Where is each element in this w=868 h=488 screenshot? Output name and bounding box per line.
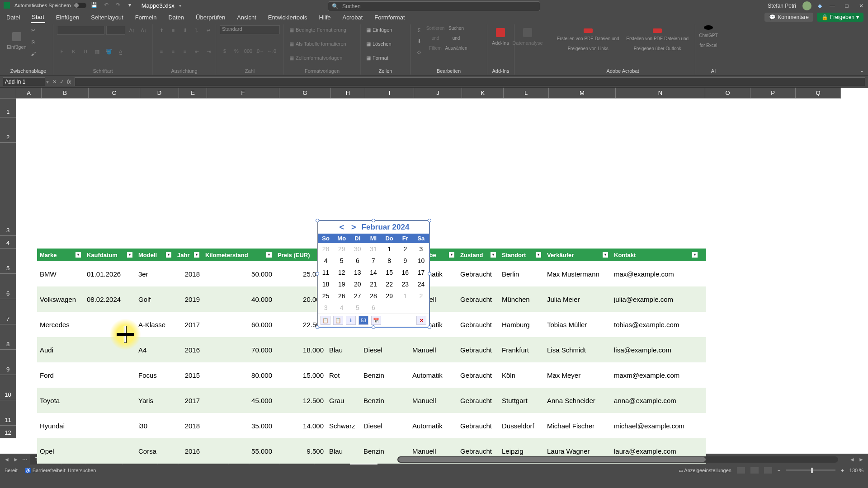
- table-cell[interactable]: Düsseldorf: [499, 413, 544, 438]
- calendar-day[interactable]: 1: [397, 290, 413, 302]
- table-cell[interactable]: Lisa Schmidt: [544, 337, 611, 362]
- sheet-nav-prev-icon[interactable]: ◄: [3, 456, 11, 463]
- filter-dropdown-icon[interactable]: ▾: [536, 252, 541, 258]
- calendar-day[interactable]: 23: [397, 278, 413, 290]
- pdf-links-button[interactable]: Erstellen von PDF-Dateien und Freigeben …: [554, 28, 622, 54]
- align-center-icon[interactable]: ≡: [168, 47, 178, 56]
- table-cell[interactable]: Max Mustermann: [544, 261, 611, 286]
- minimize-button[interactable]: —: [828, 3, 836, 9]
- sheet-nav-next-icon[interactable]: ►: [12, 456, 20, 463]
- table-header-cell[interactable]: Kontakt▾: [611, 249, 701, 261]
- table-cell[interactable]: [84, 388, 136, 413]
- border-icon[interactable]: ▦: [92, 47, 102, 56]
- filter-dropdown-icon[interactable]: ▾: [166, 252, 171, 258]
- collapse-ribbon-icon[interactable]: ⌄: [860, 67, 864, 74]
- underline-button[interactable]: U: [80, 47, 90, 56]
- table-row[interactable]: FordFocus201580.00015.000RotBenzinAutoma…: [37, 362, 706, 388]
- table-cell[interactable]: Max Meyer: [544, 362, 611, 388]
- table-cell[interactable]: Gebraucht: [458, 337, 499, 362]
- filter-dropdown-icon[interactable]: ▾: [449, 252, 454, 258]
- table-cell[interactable]: Corsa: [136, 438, 175, 464]
- table-cell[interactable]: 55.000: [203, 438, 275, 464]
- table-cell[interactable]: maxm@example.com: [611, 362, 701, 388]
- table-cell[interactable]: 2016: [175, 438, 203, 464]
- row-header[interactable]: 7: [0, 299, 16, 324]
- table-cell[interactable]: Diesel: [361, 337, 410, 362]
- table-cell[interactable]: 40.000: [203, 286, 275, 312]
- number-format-dropdown[interactable]: Standard: [220, 25, 280, 34]
- table-cell[interactable]: [84, 438, 136, 464]
- delete-cells-button[interactable]: ▦ Löschen: [364, 39, 406, 48]
- cal-tool-2-icon[interactable]: 📋: [333, 316, 343, 325]
- table-cell[interactable]: 70.000: [203, 337, 275, 362]
- calendar-day[interactable]: 1: [382, 243, 397, 255]
- table-cell[interactable]: Stuttgart: [499, 388, 544, 413]
- calendar-day[interactable]: 20: [349, 278, 365, 290]
- decrease-indent-icon[interactable]: ⇤: [192, 47, 202, 56]
- table-row[interactable]: AudiA4201670.00018.000BlauDieselManuellG…: [37, 337, 706, 362]
- calendar-day[interactable]: 28: [365, 290, 381, 302]
- table-cell[interactable]: Automatik: [410, 362, 458, 388]
- cal-today-icon[interactable]: 📅: [371, 316, 381, 325]
- row-header[interactable]: 5: [0, 249, 16, 274]
- filename-dropdown-icon[interactable]: ▾: [179, 3, 181, 8]
- table-cell[interactable]: Grau: [326, 388, 361, 413]
- calendar-day[interactable]: 15: [382, 267, 397, 278]
- sort-filter-button[interactable]: Sortieren und Filtern: [426, 25, 445, 51]
- page-break-view-icon[interactable]: [764, 467, 772, 474]
- ribbon-tab-seitenlayout[interactable]: Seitenlayout: [90, 12, 124, 23]
- table-cell[interactable]: 2019: [175, 286, 203, 312]
- table-cell[interactable]: anna@example.com: [611, 388, 701, 413]
- calendar-day[interactable]: 29: [382, 290, 397, 302]
- table-cell[interactable]: lisa@example.com: [611, 337, 701, 362]
- user-avatar[interactable]: [802, 1, 811, 10]
- orientation-icon[interactable]: ⤵: [192, 25, 202, 35]
- cal-week-icon[interactable]: 53: [359, 316, 368, 325]
- table-header-cell[interactable]: Verkäufer▾: [544, 249, 611, 261]
- comma-icon[interactable]: 000: [243, 46, 253, 56]
- table-cell[interactable]: [84, 337, 136, 362]
- column-header[interactable]: N: [616, 88, 705, 99]
- next-month-button[interactable]: >: [349, 223, 358, 232]
- table-cell[interactable]: [84, 312, 136, 337]
- zoom-slider[interactable]: [786, 469, 835, 471]
- calendar-day[interactable]: 4: [334, 302, 349, 314]
- select-all-cell[interactable]: [0, 88, 16, 99]
- format-cells-button[interactable]: ▦ Format: [364, 53, 406, 62]
- table-cell[interactable]: Gebraucht: [458, 388, 499, 413]
- cancel-formula-icon[interactable]: ✕: [52, 79, 57, 85]
- align-left-icon[interactable]: ≡: [156, 47, 166, 56]
- column-header[interactable]: K: [462, 88, 504, 99]
- zoom-level[interactable]: 130 %: [849, 468, 863, 473]
- copy-icon[interactable]: ⎘: [28, 37, 38, 47]
- column-header[interactable]: F: [207, 88, 279, 99]
- table-cell[interactable]: 08.02.2024: [84, 286, 136, 312]
- bold-button[interactable]: F: [57, 47, 67, 56]
- align-middle-icon[interactable]: ≡: [168, 25, 178, 35]
- table-cell[interactable]: michael@example.com: [611, 413, 701, 438]
- page-layout-view-icon[interactable]: [750, 467, 759, 474]
- table-cell[interactable]: München: [499, 286, 544, 312]
- table-header-cell[interactable]: Standort▾: [499, 249, 544, 261]
- table-cell[interactable]: Gebraucht: [458, 362, 499, 388]
- horizontal-scrollbar[interactable]: [397, 456, 838, 463]
- table-cell[interactable]: Diesel: [361, 413, 410, 438]
- calendar-day[interactable]: 26: [334, 290, 349, 302]
- table-cell[interactable]: Audi: [37, 337, 84, 362]
- table-cell[interactable]: Gebraucht: [458, 261, 499, 286]
- undo-icon[interactable]: ↶: [103, 2, 110, 9]
- user-name[interactable]: Stefan Petri: [768, 3, 796, 9]
- calendar-day[interactable]: 5: [349, 302, 365, 314]
- table-cell[interactable]: 2017: [175, 312, 203, 337]
- ribbon-tab-formeln[interactable]: Formeln: [134, 12, 158, 23]
- font-size-dropdown[interactable]: [106, 26, 125, 35]
- calendar-day[interactable]: 19: [334, 278, 349, 290]
- table-cell[interactable]: Golf: [136, 286, 175, 312]
- table-header-cell[interactable]: Kaufdatum▾: [84, 249, 136, 261]
- insert-cells-button[interactable]: ▦ Einfügen: [364, 25, 406, 34]
- row-header[interactable]: 6: [0, 274, 16, 299]
- calendar-day[interactable]: 13: [349, 267, 365, 278]
- calendar-day[interactable]: 17: [413, 267, 429, 278]
- table-cell[interactable]: 35.000: [203, 413, 275, 438]
- table-cell[interactable]: Benzin: [361, 362, 410, 388]
